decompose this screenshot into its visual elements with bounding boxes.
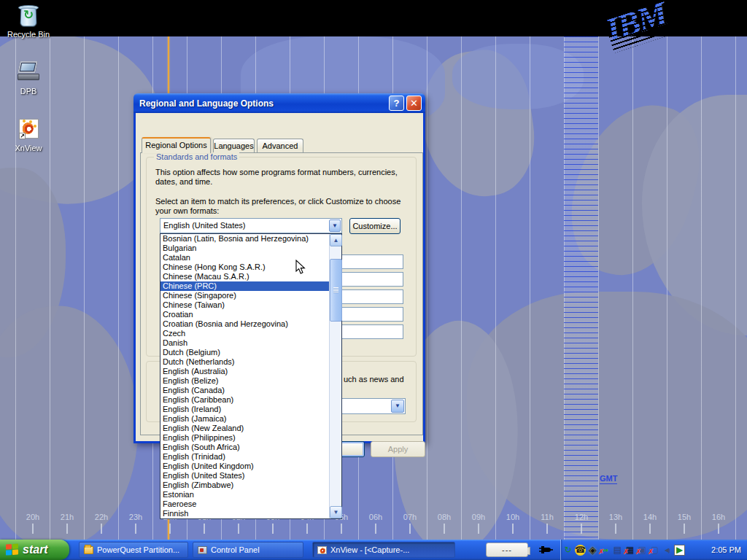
combobox-dropdown-button[interactable]: ▼	[329, 219, 341, 232]
taskbar-button-label: XnView - [<Capture-...	[330, 545, 409, 554]
timezone-label-23h: 23h	[123, 513, 148, 521]
language-list-item[interactable]: Estonian	[160, 490, 330, 499]
language-list-item[interactable]: English (United Kingdom)	[160, 462, 330, 471]
timezone-tick	[204, 524, 205, 534]
wireless-disconnected-icon[interactable]: ▢✗	[649, 545, 660, 556]
timezone-label-07h: 07h	[398, 513, 422, 521]
language-list-item[interactable]: Finnish	[160, 509, 330, 518]
language-list-item[interactable]: English (New Zealand)	[160, 424, 330, 433]
gmt-meridian-band	[564, 36, 598, 540]
tab-languages[interactable]: Languages	[213, 139, 255, 152]
language-list-item[interactable]: English (Zimbabwe)	[160, 481, 330, 490]
laptop-base	[18, 74, 39, 80]
regional-and-language-options-dialog: Regional OptionsLanguagesAdvanced Standa…	[133, 93, 425, 443]
timezone-label-21h: 21h	[55, 513, 80, 521]
timezone-label-11h: 11h	[535, 513, 560, 521]
language-list-item[interactable]: Bulgarian	[160, 244, 330, 253]
language-list-item[interactable]: English (Trinidad)	[160, 452, 330, 462]
close-button[interactable]: ✕	[406, 96, 422, 111]
volume-icon-glyph: ◀)	[665, 545, 670, 556]
start-button[interactable]: start	[0, 540, 69, 560]
list-scrollbar[interactable]: ▲ ▼	[329, 234, 341, 518]
timezone-label-15h: 15h	[672, 513, 697, 521]
language-list-item[interactable]: English (Philippines)	[160, 433, 330, 443]
taskbar-button-powerquest-partition[interactable]: PowerQuest Partition...	[79, 542, 188, 558]
dialog-title: Regional and Language Options	[133, 98, 389, 109]
start-button-label: start	[23, 543, 48, 556]
location-text-snippet: uch as news and	[344, 375, 404, 384]
tab-regional-options[interactable]: Regional Options	[142, 137, 211, 153]
timezone-label-10h: 10h	[500, 513, 525, 521]
apply-button[interactable]: Apply	[371, 441, 425, 457]
language-list-item[interactable]: English (Caribbean)	[160, 395, 330, 405]
standards-desc-line2: dates, and time.	[155, 177, 212, 187]
chevron-down-icon: ▼	[332, 222, 338, 229]
timezone-label-14h: 14h	[638, 513, 662, 521]
timezone-tick	[444, 524, 445, 534]
language-list-item[interactable]: English (Australia)	[160, 367, 330, 376]
volume-icon[interactable]: ◀)	[662, 545, 673, 556]
timezone-tick	[306, 524, 308, 534]
language-list-item[interactable]: Bosnian (Latin, Bosnia and Herzegovina)	[160, 234, 330, 244]
timezone-tick	[32, 524, 34, 534]
language-list-item[interactable]: Faeroese	[160, 499, 330, 509]
tab-advanced[interactable]: Advanced	[257, 139, 303, 152]
help-button[interactable]: ?	[389, 96, 404, 111]
timezone-label-16h: 16h	[706, 513, 731, 521]
laptop-screen	[18, 61, 37, 73]
language-list-item[interactable]: English (United States)	[160, 471, 330, 481]
network-places-icon[interactable]: ▤	[612, 545, 623, 556]
format-combobox[interactable]: English (United States) ▼	[160, 218, 342, 233]
language-list-item[interactable]: Czech	[160, 329, 330, 338]
language-list-item[interactable]: Croatian	[160, 310, 330, 319]
timezone-tick	[615, 524, 616, 534]
taskbar-button-xnview-capture[interactable]: XnView - [<Capture-...	[312, 542, 455, 558]
language-list-item[interactable]: Chinese (Taiwan)	[160, 300, 330, 310]
network-places-icon-glyph: ▤	[614, 545, 622, 556]
language-list-item[interactable]: English (Jamaica)	[160, 414, 330, 424]
scrollbar-thumb[interactable]	[330, 259, 342, 322]
power-scheme-icon[interactable]: ◈	[587, 545, 598, 556]
language-list-item[interactable]: English (Canada)	[160, 386, 330, 395]
recycle-bin-label: Recycle Bin	[2, 30, 55, 39]
gmt-label: GMT	[600, 474, 617, 484]
network-drive-disconnected-icon[interactable]: ▣✗	[637, 545, 648, 556]
modem-phone-icon[interactable]: ☎	[575, 545, 586, 556]
language-list-item[interactable]: English (South Africa)	[160, 443, 330, 452]
recycle-arrows-icon: ↻	[16, 7, 41, 23]
taskbar-button-label: PowerQuest Partition...	[97, 545, 179, 554]
battery-meter[interactable]: ---	[486, 542, 528, 557]
language-list-item[interactable]: Dutch (Belgium)	[160, 348, 330, 357]
language-list-item[interactable]: Danish	[160, 338, 330, 348]
scroll-down-button[interactable]: ▼	[330, 506, 342, 518]
display-settings-icon[interactable]: ▶	[674, 545, 685, 556]
taskbar-button-control-panel[interactable]: Control Panel	[193, 542, 303, 558]
language-list-item[interactable]: Chinese (PRC)	[160, 281, 330, 291]
customize-button[interactable]: Customize...	[349, 218, 400, 234]
taskbar: start PowerQuest Partition...Control Pan…	[0, 540, 747, 560]
timezone-label-12h: 12h	[569, 513, 594, 521]
removable-sync-icon[interactable]: ↻	[562, 545, 573, 556]
timezone-tick	[649, 524, 651, 534]
language-list-item[interactable]: English (Belize)	[160, 376, 330, 386]
offline-users-icon[interactable]: ●●✗	[600, 545, 611, 556]
dialog-title-bar[interactable]: Regional and Language Options ? ✕	[133, 93, 425, 113]
desktop-icon-xnview[interactable]: ↗ XnView	[2, 117, 55, 152]
tv-capture-icon[interactable]: ▦✗	[624, 545, 635, 556]
desktop-icon-recycle-bin[interactable]: ↻ Recycle Bin	[2, 3, 55, 39]
language-list-item[interactable]: English (Ireland)	[160, 405, 330, 414]
timezone-tick	[512, 524, 514, 534]
language-list-item[interactable]: Croatian (Bosnia and Herzegovina)	[160, 319, 330, 329]
language-list-item[interactable]: Chinese (Singapore)	[160, 291, 330, 300]
scroll-up-button[interactable]: ▲	[330, 234, 342, 246]
error-badge-icon: ✗	[648, 546, 654, 557]
taskbar-clock[interactable]: 2:05 PM	[711, 540, 741, 560]
standards-desc-line1: This option affects how some programs fo…	[155, 168, 398, 177]
desktop-icon-dpb[interactable]: DPB	[2, 60, 55, 96]
location-dropdown-button[interactable]: ▼	[391, 400, 404, 413]
timezone-tick	[581, 524, 582, 534]
timezone-tick	[684, 524, 685, 534]
timezone-label-06h: 06h	[363, 513, 388, 521]
language-list-item[interactable]: Dutch (Netherlands)	[160, 357, 330, 367]
mouse-cursor	[295, 260, 306, 275]
